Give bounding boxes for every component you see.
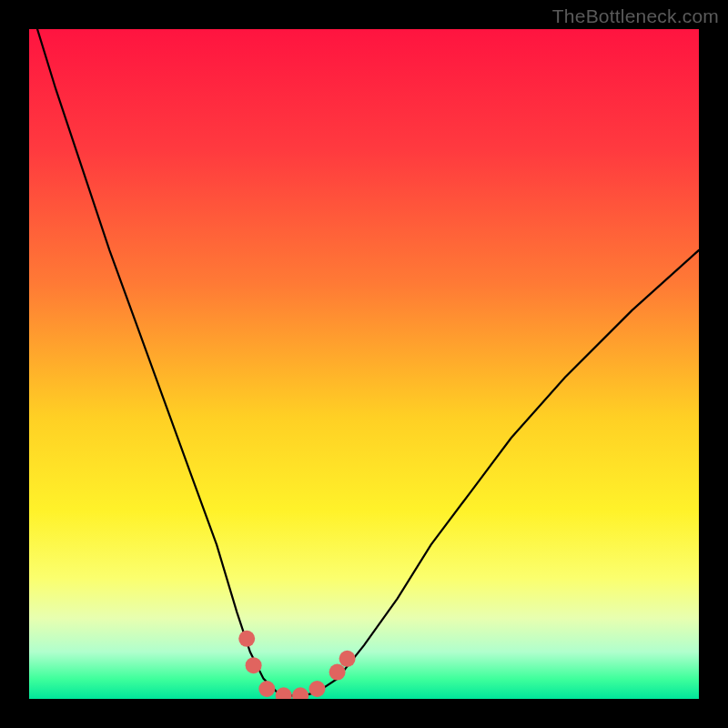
bottleneck-curve: [29, 29, 699, 695]
watermark-text: TheBottleneck.com: [552, 5, 719, 27]
marker-dot: [258, 681, 275, 697]
outer-frame: TheBottleneck.com: [0, 0, 728, 728]
marker-dot: [276, 687, 292, 699]
marker-dot: [309, 681, 326, 697]
marker-dot: [246, 657, 262, 673]
marker-dot: [339, 651, 356, 667]
marker-dot: [238, 631, 255, 647]
plot-area: [29, 29, 699, 699]
marker-dot: [329, 664, 346, 681]
marker-dot: [292, 687, 308, 699]
chart-svg: [29, 29, 699, 699]
